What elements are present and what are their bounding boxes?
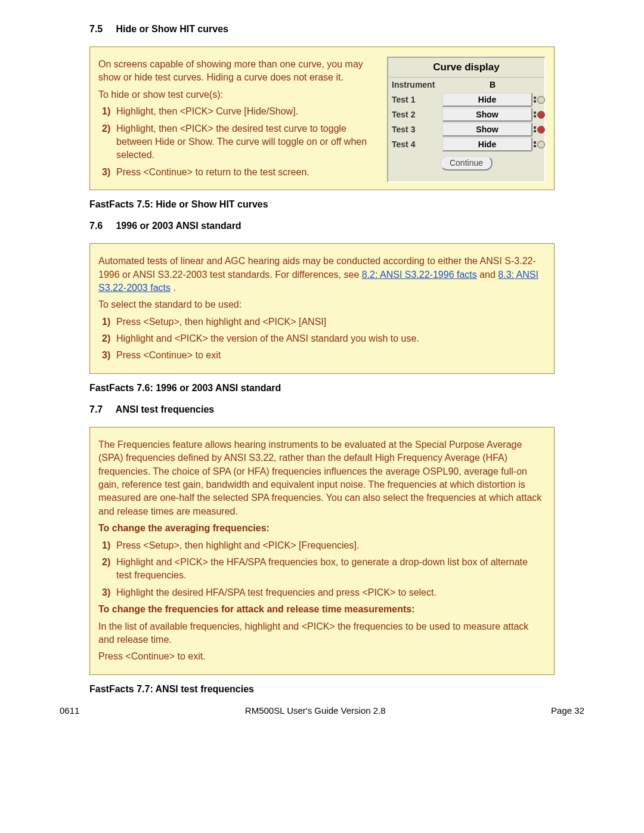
curve-test-row: Test 1Hide: [388, 92, 544, 107]
box77-p3: Press <Continue> to exit.: [98, 650, 546, 663]
list-item: 1)Highlight, then <PICK> Curve [Hide/Sho…: [98, 105, 381, 118]
box76-intro: Automated tests of linear and AGC hearin…: [98, 255, 546, 295]
section-heading-7-6: 7.6 1996 or 2003 ANSI standard: [89, 221, 584, 231]
list-number: 1): [102, 105, 116, 118]
list-number: 3): [102, 166, 116, 179]
box75-intro: On screens capable of showing more than …: [98, 58, 381, 85]
list-text: Highlight and <PICK> the version of the …: [116, 332, 546, 345]
link-ansi-1996[interactable]: 8.2: ANSI S3.22-1996 facts: [362, 270, 477, 280]
hide-show-toggle[interactable]: Hide: [442, 92, 532, 107]
curve-test-row: Test 3Show: [388, 122, 544, 137]
box77-p2: In the list of available frequencies, hi…: [98, 620, 546, 647]
page-footer: 0611 RM500SL User's Guide Version 2.8 Pa…: [60, 705, 584, 716]
status-led: [534, 126, 544, 134]
fastfacts-7-5: FastFacts 7.5: Hide or Show HIT curves: [89, 199, 584, 210]
list-item: 1)Press <Setup>, then highlight and <PIC…: [98, 315, 546, 329]
list-item: 2)Highlight and <PICK> the HFA/SPA frequ…: [98, 556, 546, 583]
section-number: 7.7: [89, 404, 113, 415]
list-text: Press <Continue> to exit: [116, 349, 546, 362]
section-title: 1996 or 2003 ANSI standard: [116, 221, 241, 231]
curve-row-label: Test 2: [388, 109, 441, 121]
list-number: 2): [102, 556, 116, 569]
section-title: Hide or Show HIT curves: [116, 24, 228, 34]
list-number: 3): [102, 586, 116, 599]
list-number: 2): [102, 122, 116, 135]
list-item: 1)Press <Setup>, then highlight and <PIC…: [98, 539, 546, 552]
status-led: [534, 141, 544, 148]
section-heading-7-7: 7.7 ANSI test frequencies: [89, 404, 584, 415]
section-title: ANSI test frequencies: [116, 404, 214, 414]
status-led: [534, 96, 544, 104]
section-number: 7.5: [89, 24, 113, 35]
hide-show-toggle[interactable]: Hide: [442, 137, 532, 151]
curve-row-label: Test 1: [388, 94, 441, 106]
footer-left: 0611: [60, 705, 79, 716]
curve-row-label: Test 3: [388, 124, 441, 136]
footer-right: Page 32: [551, 705, 584, 716]
list-item: 2)Highlight, then <PICK> the desired tes…: [98, 122, 381, 162]
box77-intro: The Frequencies feature allows hearing i…: [98, 438, 546, 518]
footer-center: RM500SL User's Guide Version 2.8: [245, 705, 386, 716]
list-item: 2)Highlight and <PICK> the version of th…: [98, 332, 546, 345]
hide-show-toggle[interactable]: Show: [442, 107, 532, 122]
list-text: Press <Setup>, then highlight and <PICK>…: [116, 315, 546, 329]
instrument-label: Instrument: [388, 79, 441, 91]
section-number: 7.6: [89, 221, 113, 231]
instrument-value: B: [441, 79, 544, 91]
box77-sub1: To change the averaging frequencies:: [98, 522, 546, 535]
info-box-7-5: On screens capable of showing more than …: [89, 47, 555, 190]
list-text: Highlight, then <PICK> Curve [Hide/Show]…: [116, 105, 381, 118]
curve-test-row: Test 4Hide: [388, 137, 544, 152]
info-box-7-7: The Frequencies feature allows hearing i…: [89, 427, 555, 675]
fastfacts-7-7: FastFacts 7.7: ANSI test frequencies: [89, 684, 584, 695]
list-item: 3)Press <Continue> to exit: [98, 349, 546, 362]
box76-lead: To select the standard to be used:: [98, 298, 546, 311]
box77-sub2: To change the frequencies for attack and…: [98, 603, 546, 616]
curve-display-title: Curve display: [388, 58, 544, 78]
list-text: Press <Continue> to return to the test s…: [116, 166, 381, 179]
list-text: Press <Setup>, then highlight and <PICK>…: [116, 539, 546, 552]
curve-display-panel: Curve display Instrument B Test 1HideTes…: [387, 57, 546, 182]
list-number: 3): [102, 349, 116, 362]
fastfacts-7-6: FastFacts 7.6: 1996 or 2003 ANSI standar…: [89, 383, 584, 394]
box75-lead: To hide or show test curve(s):: [98, 88, 381, 101]
list-number: 2): [102, 332, 116, 345]
list-number: 1): [102, 539, 116, 552]
list-text: Highlight and <PICK> the HFA/SPA frequen…: [116, 556, 546, 583]
continue-button[interactable]: Continue: [440, 156, 493, 171]
list-text: Highlight the desired HFA/SPA test frequ…: [116, 586, 546, 599]
section-heading-7-5: 7.5 Hide or Show HIT curves: [89, 24, 584, 35]
status-led: [534, 111, 544, 119]
list-item: 3)Highlight the desired HFA/SPA test fre…: [98, 586, 546, 599]
curve-row-label: Test 4: [388, 139, 441, 151]
info-box-7-6: Automated tests of linear and AGC hearin…: [89, 243, 555, 374]
curve-test-row: Test 2Show: [388, 107, 544, 122]
list-text: Highlight, then <PICK> the desired test …: [116, 122, 381, 162]
list-item: 3)Press <Continue> to return to the test…: [98, 166, 381, 179]
list-number: 1): [102, 315, 116, 329]
hide-show-toggle[interactable]: Show: [442, 122, 532, 137]
